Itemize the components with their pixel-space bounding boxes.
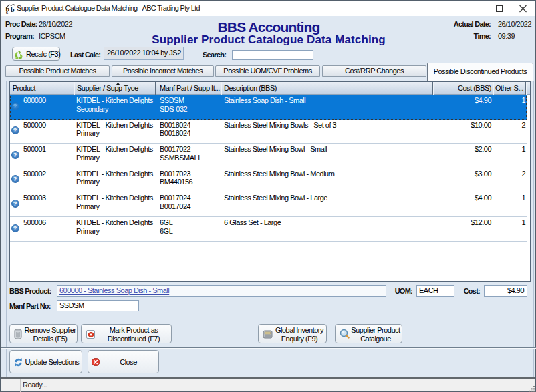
- svg-text:b: b: [11, 6, 15, 13]
- svg-text:s: s: [6, 9, 8, 14]
